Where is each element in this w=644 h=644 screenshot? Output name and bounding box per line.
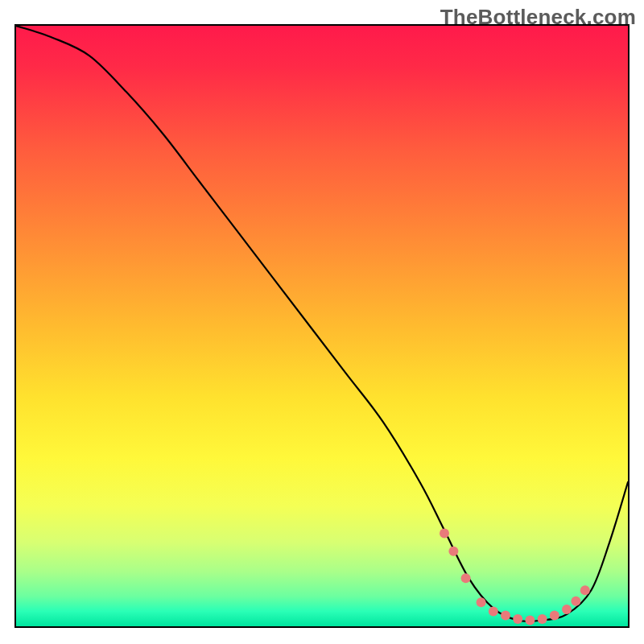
highlight-dot xyxy=(538,614,547,624)
highlight-dot xyxy=(489,606,498,616)
chart-container: TheBottleneck.com xyxy=(0,0,644,644)
highlight-dot xyxy=(513,614,522,624)
highlight-dot xyxy=(461,573,471,583)
highlight-dot xyxy=(501,611,510,621)
highlight-dot xyxy=(550,611,559,621)
highlight-dot xyxy=(525,616,535,625)
plot-area xyxy=(14,24,630,628)
highlight-markers xyxy=(16,26,628,626)
highlight-dot xyxy=(440,528,449,538)
highlight-dot xyxy=(477,597,486,607)
highlight-dot xyxy=(571,597,580,606)
highlight-dot xyxy=(448,547,458,556)
highlight-dot xyxy=(580,585,590,595)
watermark-text: TheBottleneck.com xyxy=(440,5,636,30)
highlight-dot xyxy=(562,605,572,614)
